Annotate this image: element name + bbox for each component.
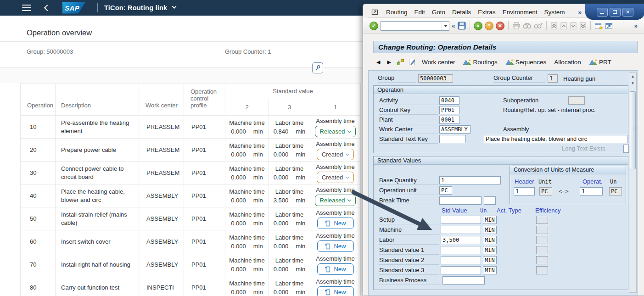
status-dropdown[interactable]: Released: [315, 126, 356, 137]
standard-value-3-efficiency-field[interactable]: [536, 266, 548, 274]
scroll-up-icon[interactable]: ▲: [629, 73, 636, 80]
toolbar-overflow-button[interactable]: »: [634, 22, 639, 29]
print-button[interactable]: [512, 22, 521, 29]
menu-edit[interactable]: Edit: [414, 9, 425, 16]
standard-value-1-efficiency-field[interactable]: [536, 246, 548, 254]
base-quantity-field[interactable]: 1: [439, 176, 501, 184]
back-icon[interactable]: [44, 5, 50, 11]
cell-machine-time: Machine time 0.000min: [225, 230, 269, 253]
time-value: 0.000min: [269, 288, 310, 296]
break-time-field[interactable]: [439, 196, 482, 205]
status-dropdown[interactable]: Created: [317, 149, 354, 160]
conversion-operat-field[interactable]: 1: [580, 187, 603, 195]
find-next-button[interactable]: [534, 22, 543, 29]
labor-efficiency-field[interactable]: [536, 236, 548, 244]
enter-button[interactable]: ✓: [370, 22, 378, 30]
setup-unit-field[interactable]: MIN: [483, 216, 497, 224]
machine-value-field[interactable]: [441, 226, 481, 234]
maximize-button[interactable]: [610, 8, 621, 17]
find-button[interactable]: [523, 22, 532, 29]
new-button[interactable]: New: [317, 218, 354, 229]
activity-field[interactable]: 0040: [439, 96, 459, 105]
standard-value-2-unit-field[interactable]: MIN: [483, 256, 497, 264]
conversion-unit-label: Unit: [538, 179, 552, 185]
scrollbar-thumb[interactable]: ⋮⋮: [630, 91, 636, 169]
app-title[interactable]: TiCon: Routing link: [104, 4, 167, 11]
vertical-scrollbar[interactable]: ▲ ▼ ⋮⋮: [629, 73, 637, 293]
cancel-button[interactable]: ✕: [496, 22, 504, 30]
standard-text-key-field[interactable]: [439, 135, 466, 143]
work-center-field[interactable]: ASSEMBLY: [439, 125, 470, 134]
new-button[interactable]: New: [317, 240, 354, 252]
conversion-relation: <=>: [559, 188, 569, 195]
command-dropdown-icon[interactable]: [442, 22, 449, 30]
prt-button[interactable]: PRT: [587, 58, 613, 67]
operation-description-field[interactable]: Place the heating cable, blower and circ: [484, 135, 628, 143]
last-page-button[interactable]: [579, 22, 587, 30]
close-button[interactable]: ✕: [622, 8, 633, 17]
previous-operation-icon[interactable]: ◀: [375, 59, 381, 65]
save-button[interactable]: [458, 22, 466, 30]
plant-field[interactable]: 0001: [439, 116, 459, 124]
collapse-chevron-icon[interactable]: «: [452, 22, 455, 29]
scroll-down-icon[interactable]: ▼: [629, 80, 636, 87]
routings-button[interactable]: Routings: [461, 58, 499, 67]
status-dropdown[interactable]: Created: [317, 172, 354, 183]
menu-environment[interactable]: Environment: [503, 9, 538, 16]
machine-efficiency-field[interactable]: [536, 226, 548, 234]
standard-value-2-field[interactable]: [441, 256, 481, 264]
menu-goto[interactable]: Goto: [432, 9, 445, 16]
status-dropdown[interactable]: Released: [315, 195, 356, 206]
cell-assembly-status: Assembly time Released: [310, 184, 361, 207]
long-text-icon[interactable]: [623, 145, 629, 153]
standard-value-3-unit-field[interactable]: MIN: [483, 266, 497, 274]
un-column-header: Un: [480, 207, 487, 214]
setup-value-field[interactable]: [441, 216, 481, 224]
cell-description: Prepare power cable: [56, 139, 139, 162]
labor-unit-field[interactable]: MIN: [483, 236, 497, 244]
standard-value-2-efficiency-field[interactable]: [536, 256, 548, 264]
conversion-header-field[interactable]: 1: [514, 187, 535, 195]
command-field[interactable]: [381, 21, 449, 31]
menu-extras[interactable]: Extras: [478, 9, 495, 16]
control-key-field[interactable]: PP01: [439, 106, 459, 114]
work-center-button[interactable]: Work center: [420, 58, 457, 67]
standard-value-1-field[interactable]: [441, 246, 481, 254]
first-page-button[interactable]: [550, 22, 558, 30]
cell-description: Install strain relief (mains cable): [56, 207, 139, 230]
menu-system[interactable]: System: [544, 9, 565, 16]
menu-details[interactable]: Details: [452, 9, 471, 16]
previous-page-button[interactable]: [560, 22, 567, 30]
system-menu-icon[interactable]: [371, 9, 379, 15]
org-structure-icon[interactable]: [397, 59, 404, 66]
exit-button[interactable]: ^: [485, 22, 493, 30]
standard-value-1-unit-field[interactable]: MIN: [483, 246, 497, 254]
edit-icon[interactable]: [409, 58, 416, 66]
menu-routing[interactable]: Routing: [386, 9, 408, 16]
next-operation-icon[interactable]: ▶: [386, 59, 392, 65]
back-button[interactable]: «: [474, 22, 482, 30]
cell-work-center: ASSEMBLY: [139, 207, 184, 230]
cell-assembly-status: Assembly time Created: [310, 139, 361, 162]
operation-unit-field[interactable]: PC: [439, 186, 452, 195]
business-process-field[interactable]: [442, 276, 485, 285]
menu-icon[interactable]: [22, 3, 31, 13]
conversion-title: Conversion of Units of Measure: [510, 166, 626, 174]
labor-value-field[interactable]: 3,500: [441, 236, 481, 244]
menubar-overflow-button[interactable]: »: [578, 9, 582, 16]
setup-efficiency-field[interactable]: [536, 216, 548, 224]
allocation-button[interactable]: Allocation: [552, 58, 583, 67]
pin-button[interactable]: [312, 62, 323, 73]
chevron-down-icon[interactable]: [172, 4, 177, 9]
sequences-button[interactable]: Sequences: [504, 58, 549, 67]
new-button[interactable]: New: [317, 263, 354, 275]
new-button[interactable]: New: [317, 286, 354, 296]
break-time-unit-field[interactable]: [484, 196, 496, 205]
next-page-button[interactable]: [570, 22, 577, 30]
machine-unit-field[interactable]: MIN: [483, 226, 497, 234]
standard-value-3-field[interactable]: [441, 266, 481, 274]
create-shortcut-button[interactable]: [605, 22, 613, 29]
minimize-button[interactable]: [597, 8, 608, 17]
new-session-button[interactable]: [594, 22, 603, 29]
time-value: 0.000min: [225, 265, 269, 274]
